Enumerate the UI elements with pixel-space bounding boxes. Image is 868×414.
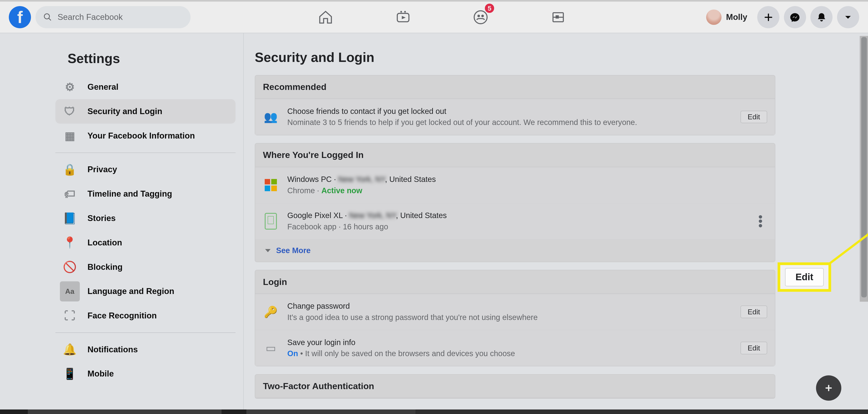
search-icon — [43, 13, 52, 22]
row-body: Choose friends to contact if you get loc… — [287, 106, 732, 128]
sidebar-item-security[interactable]: 🛡 Security and Login — [55, 99, 236, 124]
top-navigation-bar: f Search Facebook 5 Molly — [0, 0, 868, 33]
nav-watch[interactable] — [390, 4, 416, 31]
row-title: Save your login info — [287, 337, 732, 348]
svg-point-8 — [481, 15, 484, 17]
edit-button[interactable]: Edit — [741, 306, 767, 318]
key-icon: 🔑 — [263, 304, 278, 320]
sidebar-item-information[interactable]: ▦ Your Facebook Information — [55, 124, 236, 148]
session-row: Windows PC · New York, NY, United States… — [255, 167, 775, 203]
messenger-icon — [789, 12, 800, 23]
session-row: Google Pixel XL · New York, NY, United S… — [255, 203, 775, 240]
page-body: Settings ⚙ General 🛡 Security and Login … — [0, 33, 868, 414]
sidebar-separator — [55, 153, 236, 153]
row-subtitle: • It will only be saved on the browsers … — [298, 349, 515, 358]
device-icon: ▭ — [263, 340, 278, 356]
panel-login: Login 🔑 Change password It's a good idea… — [255, 270, 775, 366]
home-icon — [318, 9, 333, 25]
sidebar-item-label: Blocking — [88, 262, 123, 272]
tag-icon: 🏷 — [60, 184, 80, 204]
panel-two-factor: Two-Factor Authentication — [255, 374, 775, 399]
nav-gaming[interactable] — [545, 4, 572, 31]
shield-icon: 🛡 — [60, 101, 80, 121]
see-more-label: See More — [276, 246, 311, 255]
bell-icon: 🔔 — [60, 340, 80, 359]
session-app: Chrome · — [287, 186, 321, 195]
avatar — [706, 9, 722, 25]
sidebar-item-mobile[interactable]: 📱 Mobile — [55, 362, 236, 386]
row-body: Change password It's a good idea to use … — [287, 300, 732, 323]
change-password-row[interactable]: 🔑 Change password It's a good idea to us… — [255, 294, 775, 330]
chevron-down-icon — [842, 12, 854, 23]
sidebar-item-timeline[interactable]: 🏷 Timeline and Tagging — [55, 182, 236, 206]
pin-icon: 📍 — [60, 233, 80, 253]
plus-icon — [763, 12, 774, 23]
messenger-button[interactable] — [784, 6, 806, 28]
sidebar-item-label: Language and Region — [88, 287, 174, 296]
panel-recommended: Recommended 👥 Choose friends to contact … — [255, 75, 775, 135]
block-icon: 🚫 — [60, 257, 80, 277]
facebook-logo[interactable]: f — [9, 6, 31, 28]
edit-button[interactable]: Edit — [741, 342, 767, 354]
svg-point-0 — [44, 14, 50, 19]
os-taskbar — [0, 410, 868, 414]
row-subtitle: Nominate 3 to 5 friends to help if you g… — [287, 117, 732, 128]
session-device: Windows PC · — [287, 175, 338, 184]
sidebar-item-blocking[interactable]: 🚫 Blocking — [55, 255, 236, 279]
sidebar-item-label: Your Facebook Information — [88, 131, 195, 140]
sidebar-item-label: Location — [88, 238, 122, 248]
edit-button[interactable]: Edit — [741, 111, 767, 123]
book-icon: 📘 — [60, 209, 80, 228]
nav-center: 5 — [312, 4, 704, 31]
search-input[interactable]: Search Facebook — [35, 6, 191, 28]
svg-point-5 — [404, 11, 406, 12]
gear-icon: ⚙ — [60, 77, 80, 97]
session-status: Active now — [321, 186, 362, 195]
friends-icon: 👥 — [263, 109, 278, 125]
sidebar-item-language[interactable]: Aa Language and Region — [55, 279, 236, 304]
sidebar-item-stories[interactable]: 📘 Stories — [55, 206, 236, 230]
compose-fab[interactable] — [816, 375, 842, 401]
session-location-blurred: New York, NY — [349, 211, 396, 220]
panel-heading: Recommended — [255, 75, 775, 99]
sidebar-item-general[interactable]: ⚙ General — [55, 75, 236, 99]
scrollbar[interactable] — [860, 36, 868, 302]
sidebar-item-label: Mobile — [88, 369, 114, 379]
lock-icon: 🔒 — [60, 160, 80, 180]
nav-home[interactable] — [312, 4, 339, 31]
sidebar-item-privacy[interactable]: 🔒 Privacy — [55, 158, 236, 182]
bell-icon — [816, 12, 827, 23]
create-button[interactable] — [757, 6, 779, 28]
see-more-row[interactable]: See More — [255, 240, 775, 262]
sidebar-item-face[interactable]: ⛶ Face Recognition — [55, 304, 236, 328]
sidebar-item-location[interactable]: 📍 Location — [55, 230, 236, 255]
svg-point-4 — [400, 11, 402, 12]
profile-chip[interactable]: Molly — [704, 7, 753, 27]
svg-marker-3 — [402, 16, 406, 19]
row-title: Choose friends to contact if you get loc… — [287, 106, 732, 117]
sidebar-item-label: Security and Login — [88, 107, 162, 116]
session-location-suffix: , United States — [396, 211, 447, 220]
mobile-device-icon — [263, 214, 278, 229]
account-menu-button[interactable] — [837, 6, 859, 28]
row-subtitle: It's a good idea to use a strong passwor… — [287, 312, 732, 323]
panel-heading: Login — [255, 270, 775, 294]
session-menu-button[interactable]: ••• — [754, 215, 767, 228]
panel-sessions: Where You're Logged In Windows PC · New … — [255, 143, 775, 262]
sidebar-item-notifications[interactable]: 🔔 Notifications — [55, 338, 236, 362]
sidebar-separator — [55, 332, 236, 333]
session-app: Facebook app · — [287, 222, 343, 231]
save-login-row[interactable]: ▭ Save your login info On • It will only… — [255, 330, 775, 366]
groups-badge: 5 — [484, 3, 495, 14]
scrollbar-thumb[interactable] — [861, 37, 867, 297]
notifications-button[interactable] — [810, 6, 833, 28]
face-icon: ⛶ — [60, 306, 80, 326]
search-placeholder: Search Facebook — [58, 12, 123, 22]
session-device: Google Pixel XL · — [287, 211, 349, 220]
row-body: Save your login info On • It will only b… — [287, 337, 732, 359]
recommended-row[interactable]: 👥 Choose friends to contact if you get l… — [255, 99, 775, 135]
svg-point-7 — [477, 15, 480, 17]
sidebar-item-label: Privacy — [88, 165, 117, 174]
nav-groups[interactable]: 5 — [467, 4, 494, 31]
main-content: Security and Login Recommended 👥 Choose … — [244, 33, 868, 414]
